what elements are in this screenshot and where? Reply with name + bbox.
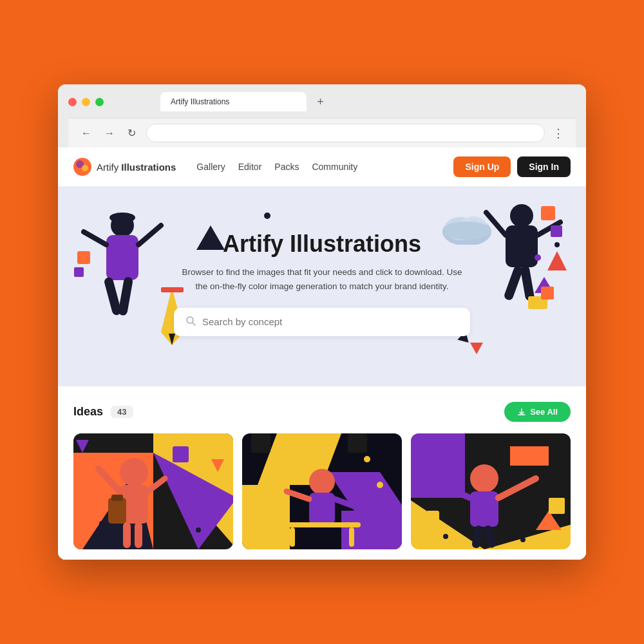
- logo: Artify Illustrations: [73, 158, 176, 176]
- gallery-count: 43: [111, 406, 133, 418]
- card-art-2: [242, 433, 402, 549]
- nav-actions: Sign Up Sign In: [453, 156, 571, 177]
- browser-window: Artify Illustrations + ← → ↻ ⋮ Ar: [58, 84, 586, 560]
- maximize-dot[interactable]: [95, 98, 104, 106]
- minimize-dot[interactable]: [82, 98, 90, 106]
- website-content: Artify Illustrations Gallery Editor Pack…: [58, 147, 586, 560]
- svg-line-34: [193, 323, 195, 325]
- svg-point-67: [377, 482, 383, 488]
- svg-rect-15: [118, 276, 133, 316]
- svg-point-19: [510, 204, 533, 227]
- card-art-3: [411, 433, 571, 549]
- logo-icon: [73, 158, 91, 176]
- svg-rect-18: [74, 267, 84, 277]
- search-bar[interactable]: [174, 308, 470, 336]
- svg-rect-59: [309, 493, 335, 525]
- hero-section: Artify Illustrations Browser to find the…: [58, 187, 586, 386]
- site-nav: Artify Illustrations Gallery Editor Pack…: [58, 147, 586, 187]
- svg-rect-68: [348, 433, 367, 453]
- address-bar[interactable]: [146, 124, 545, 142]
- svg-rect-69: [251, 433, 270, 453]
- svg-point-65: [267, 462, 274, 469]
- active-tab[interactable]: Artify Illustrations: [160, 92, 307, 111]
- svg-marker-27: [547, 251, 567, 270]
- see-all-button[interactable]: See All: [504, 402, 571, 422]
- gallery-card-3[interactable]: [411, 433, 571, 549]
- svg-rect-64: [349, 527, 354, 547]
- search-input[interactable]: [202, 316, 459, 327]
- svg-line-21: [486, 213, 506, 235]
- svg-rect-44: [108, 498, 126, 524]
- gallery-title-area: Ideas 43: [73, 405, 133, 419]
- svg-point-83: [443, 534, 448, 539]
- svg-rect-46: [123, 522, 131, 548]
- svg-point-29: [535, 254, 541, 261]
- svg-rect-72: [411, 433, 465, 498]
- svg-point-66: [364, 456, 370, 462]
- forward-button[interactable]: →: [102, 125, 117, 142]
- nav-packs[interactable]: Packs: [274, 162, 299, 172]
- svg-point-40: [120, 458, 148, 486]
- svg-rect-80: [426, 511, 439, 524]
- gallery-header: Ideas 43 See All: [73, 402, 571, 422]
- svg-point-58: [309, 469, 335, 495]
- search-icon: [185, 316, 196, 328]
- browser-toolbar: ← → ↻ ⋮: [68, 118, 576, 147]
- browser-titlebar: Artify Illustrations +: [68, 92, 576, 111]
- svg-rect-23: [503, 265, 524, 301]
- svg-point-30: [554, 242, 560, 247]
- nav-links: Gallery Editor Packs Community: [196, 162, 438, 172]
- svg-rect-17: [77, 251, 90, 264]
- svg-point-85: [559, 540, 564, 545]
- signin-button[interactable]: Sign In: [517, 156, 571, 177]
- gallery-card-2[interactable]: [242, 433, 402, 549]
- svg-rect-24: [520, 265, 535, 301]
- figure-right: [477, 193, 573, 361]
- svg-point-74: [470, 464, 498, 493]
- svg-rect-26: [551, 225, 562, 237]
- svg-point-16: [109, 213, 135, 223]
- nav-community[interactable]: Community: [312, 162, 357, 172]
- refresh-button[interactable]: ↻: [125, 124, 138, 142]
- triangle-decoration-1: [196, 225, 225, 250]
- hero-title: Artify Illustrations: [223, 231, 421, 258]
- gallery-section: Ideas 43 See All: [58, 386, 586, 560]
- back-button[interactable]: ←: [79, 125, 94, 142]
- svg-rect-49: [173, 446, 189, 462]
- download-icon: [517, 408, 526, 417]
- svg-point-2: [82, 165, 88, 171]
- svg-rect-32: [541, 287, 554, 299]
- svg-rect-45: [111, 495, 123, 501]
- nav-editor[interactable]: Editor: [238, 162, 262, 172]
- gallery-title: Ideas: [73, 405, 103, 419]
- svg-rect-25: [541, 206, 555, 220]
- svg-rect-73: [510, 446, 549, 466]
- gallery-grid: [73, 433, 571, 549]
- tab-bar: Artify Illustrations +: [160, 92, 329, 111]
- svg-rect-75: [470, 491, 498, 527]
- browser-menu-button[interactable]: ⋮: [553, 126, 565, 140]
- svg-rect-11: [106, 235, 138, 280]
- nav-gallery[interactable]: Gallery: [196, 162, 225, 172]
- svg-rect-55: [242, 485, 290, 549]
- card-art-1: [73, 433, 233, 549]
- dot-decoration-1: [264, 213, 270, 219]
- svg-rect-82: [549, 498, 565, 514]
- gallery-card-1[interactable]: [73, 433, 233, 549]
- svg-point-51: [99, 521, 104, 526]
- signup-button[interactable]: Sign Up: [453, 156, 511, 177]
- svg-point-84: [520, 537, 526, 542]
- svg-rect-62: [283, 522, 361, 527]
- svg-line-13: [138, 225, 161, 245]
- add-tab-button[interactable]: +: [312, 93, 329, 111]
- logo-text: Artify Illustrations: [97, 162, 176, 173]
- browser-chrome: Artify Illustrations + ← → ↻ ⋮: [58, 84, 586, 147]
- svg-rect-63: [290, 527, 295, 547]
- svg-line-12: [84, 232, 106, 245]
- svg-rect-47: [135, 522, 142, 548]
- hero-subtitle: Browser to find the images that fit your…: [180, 265, 464, 293]
- close-dot[interactable]: [68, 98, 77, 106]
- figure-left: [71, 200, 167, 367]
- svg-rect-20: [506, 225, 538, 267]
- svg-point-52: [196, 527, 201, 533]
